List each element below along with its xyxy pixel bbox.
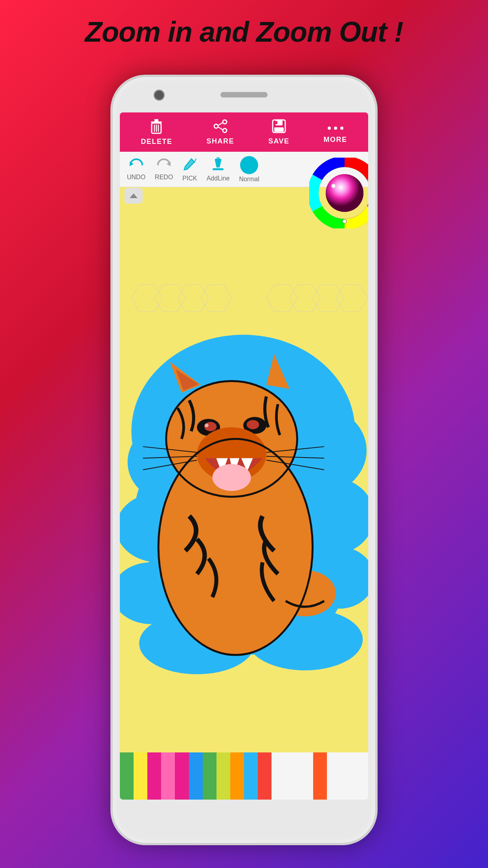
palette-cell-white3[interactable] [299,752,313,800]
redo-label: REDO [155,174,173,181]
palette-row-1 [120,752,244,800]
palette-cell-pink[interactable] [161,752,175,800]
palette-cell-orange[interactable] [230,752,244,800]
svg-point-57 [213,464,251,491]
svg-point-6 [223,120,227,124]
palette-cell-white4[interactable] [327,752,341,800]
palette-cell-white5[interactable] [341,752,354,800]
normal-label: Normal [239,176,259,183]
palette-cell-lime[interactable] [203,752,216,800]
palette-cell-white2[interactable] [285,752,299,800]
svg-line-20 [194,159,196,162]
delete-button[interactable]: DELETE [141,118,172,146]
svg-point-52 [205,423,209,427]
redo-icon [156,158,172,172]
palette-cell-yellow[interactable] [134,752,147,800]
palette-cell-green[interactable] [120,752,134,800]
scroll-up-button[interactable] [125,188,143,204]
phone-speaker [220,92,268,97]
undo-tool[interactable]: UNDO [124,158,149,181]
svg-point-7 [214,124,218,128]
svg-rect-13 [274,127,284,132]
addline-tool[interactable]: AddLine [204,156,233,182]
phone-screen: DELETE SHARE [120,112,368,800]
page-title: Zoom in and Zoom Out ! [0,16,488,48]
palette-row-2 [244,752,368,800]
palette-cell-lightblue[interactable] [244,752,258,800]
palette-cell-blue[interactable] [189,752,203,800]
color-wheel[interactable] [309,158,368,228]
share-icon [213,119,228,136]
pick-label: PICK [182,175,197,182]
svg-point-30 [343,219,347,223]
svg-point-29 [332,184,336,188]
normal-tool[interactable]: Normal [236,156,262,183]
delete-icon [149,118,163,136]
palette-cell-hotpink[interactable] [147,752,161,800]
normal-icon [240,156,258,174]
save-icon [272,119,286,136]
svg-rect-21 [213,168,224,170]
phone-frame: DELETE SHARE [110,75,378,845]
svg-point-16 [334,127,337,130]
svg-point-28 [326,174,363,212]
save-button[interactable]: SAVE [268,119,290,145]
svg-point-8 [223,129,227,132]
palette-cell-white1[interactable] [272,752,285,800]
palette-cell-white6[interactable] [354,752,368,800]
more-label: MORE [324,136,347,144]
more-icon [327,121,344,134]
svg-point-17 [340,127,343,130]
addline-label: AddLine [207,175,230,182]
svg-rect-14 [275,121,277,124]
palette-cell-deepsalmon[interactable] [313,752,327,800]
pick-icon [183,156,197,173]
delete-label: DELETE [141,138,172,146]
pick-tool[interactable]: PICK [179,156,200,182]
svg-line-9 [218,123,223,125]
palette-cell-red[interactable] [258,752,272,800]
svg-rect-22 [216,157,220,160]
addline-icon [211,156,225,173]
more-button[interactable]: MORE [324,121,347,144]
svg-rect-1 [154,119,158,122]
share-button[interactable]: SHARE [206,119,234,145]
app-toolbar: DELETE SHARE [120,112,368,152]
svg-point-15 [328,127,331,130]
svg-point-51 [247,420,259,429]
canvas-area[interactable] [120,187,368,752]
redo-tool[interactable]: REDO [152,158,176,181]
undo-icon [128,158,144,172]
palette-cell-yellow-green[interactable] [216,752,230,800]
color-palette [120,752,368,800]
save-label: SAVE [268,137,290,145]
svg-marker-23 [130,193,138,198]
share-label: SHARE [206,137,234,145]
phone-camera [154,90,165,101]
palette-cell-magenta[interactable] [175,752,189,800]
undo-label: UNDO [127,174,145,181]
svg-line-10 [218,127,223,130]
